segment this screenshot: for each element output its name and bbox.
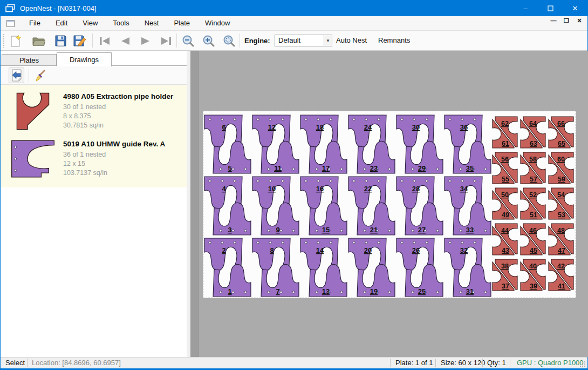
mdi-minimize-icon[interactable]: — xyxy=(549,17,558,24)
nest-part-pair-purple[interactable]: 2423 xyxy=(348,115,395,173)
drawing-item[interactable]: 5019 A10 UHMW guide Rev. A36 of 1 nested… xyxy=(1,136,187,183)
mdi-restore-icon[interactable]: ❐ xyxy=(562,17,571,24)
pilot-hole xyxy=(364,168,366,170)
nest-part-pair-red[interactable]: 6261 xyxy=(493,117,517,148)
nest-part-pair-purple[interactable]: 2625 xyxy=(396,238,443,297)
last-plate-button[interactable] xyxy=(158,33,174,49)
nest-part-pair-purple[interactable]: 43 xyxy=(204,177,251,235)
part-number: 39 xyxy=(530,282,537,290)
mdi-window-controls: — ❐ ✕ xyxy=(549,17,584,24)
pilot-hole xyxy=(268,230,270,232)
menu-item-window[interactable]: Window xyxy=(197,16,237,31)
nest-part-pair-purple[interactable]: 65 xyxy=(204,115,251,173)
part-number: 28 xyxy=(412,185,420,193)
plate[interactable]: 6512111817242330293635431091615222128273… xyxy=(203,111,576,298)
mdi-child-icon[interactable] xyxy=(6,20,15,27)
nest-part-pair-purple[interactable]: 3231 xyxy=(445,238,491,297)
part-number: 48 xyxy=(557,227,565,234)
nest-part-pair-red[interactable]: 4443 xyxy=(493,224,517,255)
nest-part-pair-red[interactable]: 4847 xyxy=(549,224,573,255)
menu-item-nest[interactable]: Nest xyxy=(137,16,167,31)
pilot-hole xyxy=(364,230,366,232)
nest-part-pair-purple[interactable]: 3635 xyxy=(445,115,491,173)
first-arrow-icon xyxy=(98,36,111,46)
minimize-icon[interactable]: – xyxy=(513,0,538,16)
close-icon[interactable]: ✕ xyxy=(563,0,587,16)
open-file-button[interactable] xyxy=(30,33,46,49)
drawing-item[interactable]: 4980 A05 Extraction pipe holder30 of 1 n… xyxy=(1,88,187,136)
auto-nest-button[interactable]: Auto Nest xyxy=(336,36,367,44)
pilot-hole xyxy=(412,168,414,170)
part-number: 16 xyxy=(316,185,324,193)
tab-plates[interactable]: Plates xyxy=(2,54,57,66)
pilot-hole xyxy=(365,118,367,120)
previous-plate-button[interactable] xyxy=(117,33,133,49)
part-number: 37 xyxy=(502,282,509,290)
save-button[interactable] xyxy=(52,33,69,49)
save-as-button[interactable] xyxy=(71,33,87,49)
menu-item-tools[interactable]: Tools xyxy=(105,16,136,31)
nest-part-pair-red[interactable]: 6463 xyxy=(521,117,545,148)
pilot-hole xyxy=(282,180,284,182)
part-number: 55 xyxy=(502,176,509,183)
panel-splitter[interactable] xyxy=(187,51,190,357)
menu-item-view[interactable]: View xyxy=(75,16,105,31)
pilot-hole xyxy=(436,168,439,170)
part-number: 21 xyxy=(370,226,378,234)
nest-part-pair-red[interactable]: 4039 xyxy=(521,259,545,291)
pilot-hole xyxy=(353,241,355,244)
nest-canvas[interactable]: 6512111817242330293635431091615222128273… xyxy=(190,51,588,357)
menu-item-edit[interactable]: Edit xyxy=(48,16,75,31)
nest-part-pair-red[interactable]: 5251 xyxy=(521,188,545,219)
nest-part-pair-purple[interactable]: 87 xyxy=(252,238,299,297)
engine-select[interactable]: Default xyxy=(275,35,324,46)
zoom-in-button[interactable] xyxy=(201,33,217,49)
nest-part-pair-purple[interactable]: 1615 xyxy=(300,177,347,235)
nest-part-pair-purple[interactable]: 2019 xyxy=(348,238,395,297)
nest-part-pair-red[interactable]: 6665 xyxy=(549,117,573,148)
clean-drawings-button[interactable] xyxy=(32,68,47,83)
maximize-icon[interactable] xyxy=(538,0,563,16)
menu-item-plate[interactable]: Plate xyxy=(166,16,197,31)
nest-part-pair-red[interactable]: 5655 xyxy=(493,152,517,184)
pilot-hole xyxy=(282,118,284,120)
engine-dropdown-arrow-icon[interactable]: ▼ xyxy=(324,35,332,46)
remnants-button[interactable]: Remnants xyxy=(378,36,410,44)
part-number: 11 xyxy=(274,164,282,172)
nest-part-pair-red[interactable]: 3837 xyxy=(493,259,517,291)
nest-part-pair-red[interactable]: 4645 xyxy=(521,224,545,255)
nest-part-pair-purple[interactable]: 21 xyxy=(204,238,251,297)
menu-item-file[interactable]: File xyxy=(22,16,48,31)
nest-part-pair-purple[interactable]: 2221 xyxy=(348,177,395,235)
tab-drawings[interactable]: Drawings xyxy=(57,52,112,66)
part-number: 62 xyxy=(501,120,509,127)
pilot-hole xyxy=(220,230,222,232)
resize-grip-icon[interactable] xyxy=(579,361,586,367)
nest-part-pair-red[interactable]: 6059 xyxy=(549,152,573,184)
nest-part-pair-red[interactable]: 4241 xyxy=(549,259,573,291)
zoom-out-button[interactable] xyxy=(180,33,196,49)
pilot-hole xyxy=(426,241,428,244)
nest-part-pair-purple[interactable]: 3433 xyxy=(445,177,491,235)
import-drawing-button[interactable] xyxy=(9,68,24,83)
part-number: 7 xyxy=(276,287,279,295)
nest-part-pair-red[interactable]: 5857 xyxy=(521,152,545,184)
nest-part-pair-purple[interactable]: 1817 xyxy=(300,115,347,173)
new-file-button[interactable] xyxy=(8,33,24,49)
pilot-hole xyxy=(449,118,451,120)
nest-part-pair-red[interactable]: 5049 xyxy=(493,188,517,219)
mdi-close-icon[interactable]: ✕ xyxy=(575,17,584,24)
part-number: 3 xyxy=(228,226,231,234)
nest-part-pair-red[interactable]: 5453 xyxy=(549,188,573,219)
zoom-fit-button[interactable] xyxy=(221,33,237,49)
nest-part-pair-purple[interactable]: 1211 xyxy=(252,115,299,173)
next-plate-button[interactable] xyxy=(138,33,154,49)
nest-part-pair-purple[interactable]: 1413 xyxy=(300,238,347,297)
first-plate-button[interactable] xyxy=(97,33,113,49)
nest-part-pair-purple[interactable]: 2827 xyxy=(396,177,443,235)
nest-part-pair-purple[interactable]: 109 xyxy=(252,177,299,235)
nest-part-pair-purple[interactable]: 3029 xyxy=(396,115,443,173)
app-icon xyxy=(5,4,15,12)
part-number: 2 xyxy=(222,246,225,254)
part-number: 26 xyxy=(412,246,420,254)
